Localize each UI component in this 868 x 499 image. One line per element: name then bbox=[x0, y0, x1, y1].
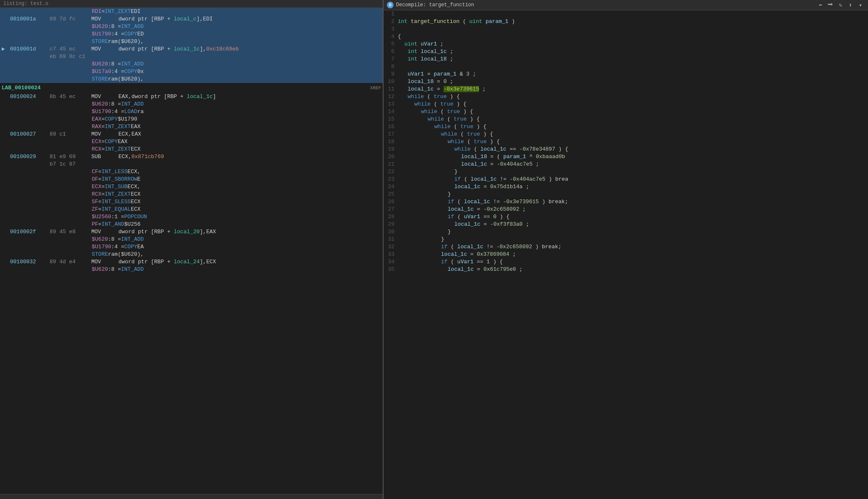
asm-line: 0010002f 89 45 e8 MOV dword ptr [RBP + l… bbox=[0, 228, 383, 236]
code-line: 7 int local_18 ; bbox=[384, 55, 868, 63]
listing-area[interactable]: RDI = INT_ZEXT EDI 0010001a 89 7d fc MOV… bbox=[0, 8, 383, 494]
addr-col: 0010001a bbox=[10, 15, 50, 23]
arrow-col: ▶ bbox=[2, 45, 10, 53]
bytes-col: 89 45 e8 bbox=[50, 228, 91, 236]
code-line: 30 } bbox=[384, 228, 868, 236]
addr-col: 0010001d bbox=[10, 45, 50, 53]
code-line: 4 { bbox=[384, 33, 868, 40]
code-line: 12 while ( true ) { bbox=[384, 93, 868, 101]
code-line: 13 while ( true ) { bbox=[384, 101, 868, 108]
listing-panel: listing: test.o RDI = INT_ZEXT EDI 00100… bbox=[0, 0, 384, 499]
code-line: 8 bbox=[384, 63, 868, 71]
asm-line: 00100027 89 c1 MOV ECX,EAX bbox=[0, 131, 383, 138]
code-line: 35 local_1c = 0x61c795e0 ; bbox=[384, 266, 868, 273]
bytes-col: 89 7d fc bbox=[50, 15, 91, 23]
asm-line-cont: eb 69 8c c1 bbox=[0, 53, 383, 60]
listing-header: listing: test.o bbox=[0, 0, 383, 8]
mnemonic-col: MOV bbox=[91, 93, 118, 101]
pcode-line: STORE ram($U620), bbox=[0, 251, 383, 258]
asm-line: 00100032 89 4d e4 MOV dword ptr [RBP + l… bbox=[0, 258, 383, 266]
bytes-col: 89 c1 bbox=[50, 131, 91, 138]
pcode-line: ZF = INT_EQUAL ECX bbox=[0, 206, 383, 213]
pcode-line: ECX = INT_SUB ECX, bbox=[0, 183, 383, 191]
label-line: LAB_00100024 XREF bbox=[0, 83, 383, 93]
export-icon[interactable]: ⬆ bbox=[846, 1, 855, 9]
mnemonic-col: MOV bbox=[91, 258, 118, 266]
asm-line: 00100029 81 e9 69 SUB ECX,0x871cb769 bbox=[0, 153, 383, 161]
code-line: 28 if ( uVar1 == 0 ) { bbox=[384, 213, 868, 221]
code-line: 10 local_18 = 0 ; bbox=[384, 78, 868, 86]
bytes-col: 89 4d e4 bbox=[50, 258, 91, 266]
code-line: 29 local_1c = -0xf3f83a0 ; bbox=[384, 221, 868, 228]
code-line: 33 local_1c = 0x37869084 ; bbox=[384, 251, 868, 258]
listing-hscrollbar[interactable] bbox=[0, 494, 383, 499]
pcode-line: EAX = COPY $U1790 bbox=[0, 116, 383, 123]
code-line: 15 while ( true ) { bbox=[384, 116, 868, 123]
pcode-line: RCX = INT_ZEXT ECX bbox=[0, 146, 383, 153]
code-line: 3 bbox=[384, 25, 868, 33]
operands-col: dword ptr [RBP + local_1c],0xc18c69eb bbox=[118, 45, 381, 53]
xref-text: XREF bbox=[370, 84, 381, 92]
mnemonic-col: MOV bbox=[91, 131, 118, 138]
pcode-line: RCX = INT_ZEXT ECX bbox=[0, 191, 383, 198]
pcode-line: RDI = INT_ZEXT EDI bbox=[0, 8, 383, 15]
code-line: 9 uVar1 = param_1 & 3 ; bbox=[384, 71, 868, 78]
asm-line: 0010001a 89 7d fc MOV dword ptr [RBP + l… bbox=[0, 15, 383, 23]
code-line: 17 while ( true ) { bbox=[384, 131, 868, 138]
pcode-line: STORE ram($U620), bbox=[0, 38, 383, 45]
code-area[interactable]: 1 2 int target_function ( uint param_1 )… bbox=[384, 10, 868, 499]
bytes-col: b7 1c 87 bbox=[50, 161, 91, 168]
asm-line: ▶ 0010001d c7 45 ec MOV dword ptr [RBP +… bbox=[0, 45, 383, 53]
operands-col: ECX,EAX bbox=[118, 131, 381, 138]
bytes-col: 8b 45 ec bbox=[50, 93, 91, 101]
operands-col: dword ptr [RBP + local_c],EDI bbox=[118, 15, 381, 23]
pcode-line: $U620:8 = INT_ADD bbox=[0, 266, 383, 273]
code-line: 14 while ( true ) { bbox=[384, 108, 868, 116]
code-line: 24 local_1c = 0x75d1b14a ; bbox=[384, 183, 868, 191]
code-line: 16 while ( true ) { bbox=[384, 123, 868, 131]
code-line: 32 if ( local_1c != -0x2c658092 ) break; bbox=[384, 243, 868, 251]
pcode-line: CF = INT_LESS ECX, bbox=[0, 168, 383, 176]
operands-col: dword ptr [RBP + local_24],ECX bbox=[118, 258, 381, 266]
addr-col: 00100024 bbox=[10, 93, 50, 101]
addr-col: 0010002f bbox=[10, 228, 50, 236]
pcode-line: PF = INT_AND $U256 bbox=[0, 221, 383, 228]
more-icon[interactable]: ▾ bbox=[856, 1, 865, 9]
decompile-icon: D bbox=[387, 2, 394, 8]
pcode-line: SF = INT_SLESS ECX bbox=[0, 198, 383, 206]
addr-col: 00100027 bbox=[10, 131, 50, 138]
pcode-line: OF = INT_SBORROW E bbox=[0, 176, 383, 183]
code-line: 23 if ( local_1c != -0x404ac7e5 ) brea bbox=[384, 176, 868, 183]
asm-line-cont: b7 1c 87 bbox=[0, 161, 383, 168]
code-line: 6 int local_1c ; bbox=[384, 48, 868, 55]
nav-forward-icon[interactable]: ⮕ bbox=[826, 1, 835, 9]
code-line: 20 local_18 = ( param_1 ^ 0xbaaad0b bbox=[384, 153, 868, 161]
code-line: 26 if ( local_1c != -0x3e739615 ) break; bbox=[384, 198, 868, 206]
decompiler-panel: D Decompile: target_function ⬅ ⮕ ✎ ⬆ ▾ 1… bbox=[384, 0, 868, 499]
code-line: 25 } bbox=[384, 191, 868, 198]
operands-col: dword ptr [RBP + local_20],EAX bbox=[118, 228, 381, 236]
main-container: listing: test.o RDI = INT_ZEXT EDI 00100… bbox=[0, 0, 868, 499]
code-line: 19 while ( local_1c == -0x78e34897 ) { bbox=[384, 146, 868, 153]
code-line: 1 bbox=[384, 10, 868, 18]
bytes-col: eb 69 8c c1 bbox=[50, 53, 91, 60]
operands-col: ECX,0x871cb769 bbox=[118, 153, 381, 161]
code-line: 22 } bbox=[384, 168, 868, 176]
decompiler-title: Decompile: target_function bbox=[396, 2, 474, 8]
pcode-line: STORE ram($U620), bbox=[0, 76, 383, 83]
asm-line: 00100024 8b 45 ec MOV EAX,dword ptr [RBP… bbox=[0, 93, 383, 101]
code-line: 2 int target_function ( uint param_1 ) bbox=[384, 18, 868, 25]
code-line: 27 local_1c = -0x2c658092 ; bbox=[384, 206, 868, 213]
bytes-col: 81 e9 69 bbox=[50, 153, 91, 161]
mnemonic-col: SUB bbox=[91, 153, 118, 161]
pcode-line: RAX = INT_ZEXT EAX bbox=[0, 123, 383, 131]
edit-icon[interactable]: ✎ bbox=[836, 1, 845, 9]
pcode-line: $U620:8 = INT_ADD bbox=[0, 236, 383, 243]
mnemonic-col: MOV bbox=[91, 45, 118, 53]
bytes-col: c7 45 ec bbox=[50, 45, 91, 53]
mnemonic-col: MOV bbox=[91, 15, 118, 23]
decompiler-header: D Decompile: target_function ⬅ ⮕ ✎ ⬆ ▾ bbox=[384, 0, 868, 10]
nav-back-icon[interactable]: ⬅ bbox=[816, 1, 825, 9]
code-line: 11 local_1c = -0x3e739615 ; bbox=[384, 86, 868, 93]
mnemonic-col: MOV bbox=[91, 228, 118, 236]
